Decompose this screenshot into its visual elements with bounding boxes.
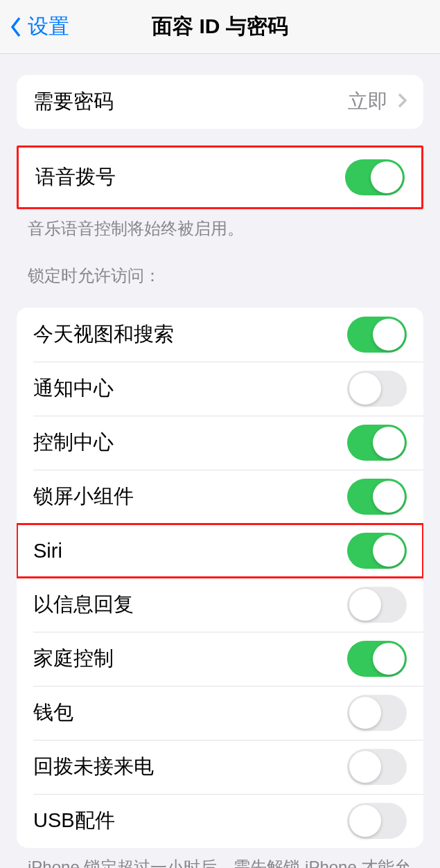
list-item: Siri	[17, 524, 423, 578]
list-item-label: USB配件	[33, 807, 115, 835]
voice-dial-label: 语音拨号	[35, 163, 116, 191]
voice-dial-highlight: 语音拨号	[17, 145, 423, 209]
toggle[interactable]	[347, 587, 407, 623]
voice-dial-row: 语音拨号	[19, 148, 421, 207]
back-button[interactable]: 设置	[8, 12, 69, 41]
toggle[interactable]	[347, 533, 407, 569]
list-item-label: 控制中心	[33, 429, 114, 457]
navbar: 设置 面容 ID 与密码	[0, 0, 440, 54]
toggle[interactable]	[347, 641, 407, 677]
list-item: 以信息回复	[17, 578, 423, 632]
list-item-label: 钱包	[33, 699, 73, 727]
require-passcode-group: 需要密码 立即	[17, 75, 423, 129]
list-item: 钱包	[17, 686, 423, 740]
locked-access-footer: iPhone 锁定超过一小时后，需先解锁 iPhone 才能允许 USB 配件连…	[28, 856, 412, 868]
chevron-right-icon	[398, 93, 407, 111]
back-label: 设置	[28, 12, 69, 41]
chevron-left-icon	[8, 15, 24, 39]
toggle[interactable]	[347, 803, 407, 839]
require-passcode-row[interactable]: 需要密码 立即	[17, 75, 423, 129]
list-item: 家庭控制	[17, 632, 423, 686]
list-item: 今天视图和搜索	[17, 308, 423, 362]
content: 需要密码 立即 语音拨号 音乐语音控制将始终被启用。 锁定时允许访问： 今天视图…	[0, 75, 440, 868]
toggle[interactable]	[347, 695, 407, 731]
list-item-label: 回拨未接来电	[33, 753, 154, 781]
list-item-label: 锁屏小组件	[33, 483, 134, 511]
toggle[interactable]	[347, 479, 407, 515]
toggle[interactable]	[347, 749, 407, 785]
toggle[interactable]	[347, 371, 407, 407]
list-item-label: Siri	[33, 540, 62, 563]
list-item-label: 家庭控制	[33, 645, 114, 673]
list-item: 控制中心	[17, 416, 423, 470]
toggle[interactable]	[347, 317, 407, 353]
voice-dial-footer: 音乐语音控制将始终被启用。	[28, 218, 412, 240]
locked-access-group: 今天视图和搜索通知中心控制中心锁屏小组件Siri以信息回复家庭控制钱包回拨未接来…	[17, 308, 423, 848]
list-item: 通知中心	[17, 362, 423, 416]
list-item: 回拨未接来电	[17, 740, 423, 794]
list-item-label: 通知中心	[33, 375, 114, 402]
list-item: USB配件	[17, 794, 423, 848]
toggle[interactable]	[347, 425, 407, 461]
page-title: 面容 ID 与密码	[152, 12, 288, 41]
require-passcode-label: 需要密码	[33, 88, 114, 116]
require-passcode-value: 立即	[348, 88, 388, 116]
list-item-label: 以信息回复	[33, 591, 134, 619]
list-item: 锁屏小组件	[17, 470, 423, 524]
list-item-label: 今天视图和搜索	[33, 321, 174, 348]
voice-dial-toggle[interactable]	[345, 159, 405, 195]
locked-access-header: 锁定时允许访问：	[28, 265, 412, 287]
